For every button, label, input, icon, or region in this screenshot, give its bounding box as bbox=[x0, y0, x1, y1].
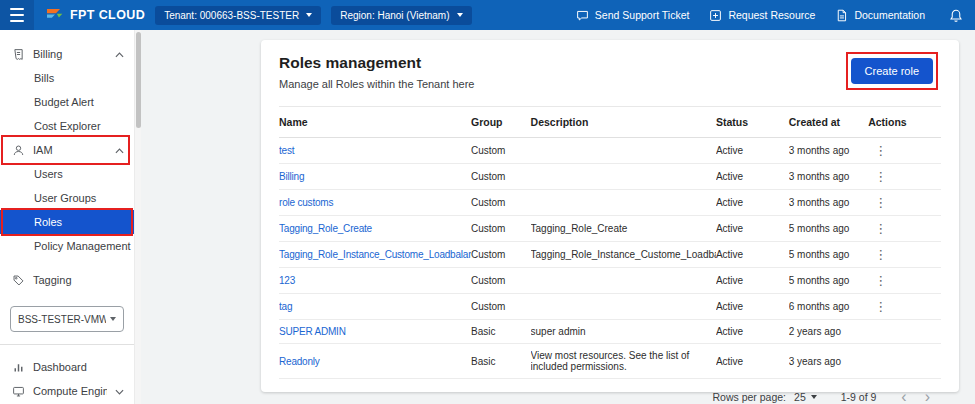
sidebar-item-cost-explorer[interactable]: Cost Explorer bbox=[0, 114, 134, 138]
create-role-button[interactable]: Create role bbox=[851, 58, 933, 84]
role-name-link[interactable]: 123 bbox=[279, 275, 295, 286]
role-name-link[interactable]: Tagging_Role_Create bbox=[279, 223, 372, 234]
table-row: role customs Custom Active 3 months ago … bbox=[279, 190, 941, 216]
rows-per-page-label: Rows per page: bbox=[713, 391, 787, 403]
row-actions-button[interactable]: ⋮ bbox=[868, 169, 893, 184]
sidebar-scrollbar[interactable] bbox=[134, 30, 141, 404]
rows-per-page-selector[interactable]: 25 bbox=[794, 391, 817, 403]
project-selector-value: BSS-TESTER-VMW-VPC-BI... bbox=[18, 314, 106, 325]
sidebar-item-budget-alert[interactable]: Budget Alert bbox=[0, 90, 134, 114]
row-actions-button[interactable]: ⋮ bbox=[868, 195, 893, 210]
sidebar-item-billing[interactable]: Billing bbox=[0, 42, 134, 66]
role-created-at: 3 months ago bbox=[789, 164, 868, 190]
role-description bbox=[531, 164, 716, 190]
table-row: SUPER ADMIN Basic super admin Active 2 y… bbox=[279, 320, 941, 344]
role-description bbox=[531, 190, 716, 216]
column-header-created-at: Created at bbox=[789, 107, 868, 138]
chevron-down-icon bbox=[306, 13, 312, 17]
role-status: Active bbox=[716, 320, 789, 344]
sidebar-item-bills[interactable]: Bills bbox=[0, 66, 134, 90]
role-created-at: 3 months ago bbox=[789, 190, 868, 216]
hamburger-menu-icon[interactable] bbox=[0, 0, 34, 30]
role-created-at: 5 months ago bbox=[789, 242, 868, 268]
request-resource-icon bbox=[709, 9, 722, 22]
column-header-name: Name bbox=[279, 107, 471, 138]
row-actions-button[interactable]: ⋮ bbox=[868, 299, 893, 314]
role-status: Active bbox=[716, 190, 789, 216]
role-created-at: 2 years ago bbox=[789, 320, 868, 344]
sidebar-item-roles[interactable]: Roles bbox=[0, 210, 134, 234]
iam-icon bbox=[12, 144, 25, 157]
chevron-down-icon bbox=[811, 395, 817, 399]
row-actions-button[interactable]: ⋮ bbox=[868, 273, 893, 288]
sidebar-divider bbox=[0, 344, 134, 345]
region-label: Region: Hanoi (Vietnam) bbox=[340, 10, 449, 21]
send-support-ticket-link[interactable]: Send Support Ticket bbox=[576, 9, 690, 22]
role-group: Custom bbox=[471, 268, 531, 294]
role-name-link[interactable]: Tagging_Role_Instance_Custome_Loadbalanc… bbox=[279, 249, 471, 260]
role-name-link[interactable]: Billing bbox=[279, 171, 304, 182]
sidebar-item-policy-management[interactable]: Policy Management bbox=[0, 234, 134, 258]
support-ticket-icon bbox=[576, 9, 589, 22]
compute-engine-icon bbox=[12, 385, 25, 398]
brand-text: FPT CLOUD bbox=[70, 8, 145, 22]
role-group: Custom bbox=[471, 138, 531, 164]
row-actions-button[interactable]: ⋮ bbox=[868, 247, 893, 262]
role-description: super admin bbox=[531, 320, 716, 344]
sidebar-item-tagging[interactable]: Tagging bbox=[0, 268, 134, 292]
page-subtitle: Manage all Roles within the Tenant here bbox=[279, 78, 474, 90]
table-row: Billing Custom Active 3 months ago ⋮ bbox=[279, 164, 941, 190]
role-name-link[interactable]: Readonly bbox=[279, 356, 320, 367]
table-row: tag Custom Active 6 months ago ⋮ bbox=[279, 294, 941, 320]
role-group: Custom bbox=[471, 164, 531, 190]
bell-icon bbox=[949, 8, 963, 23]
row-actions-button[interactable]: ⋮ bbox=[868, 143, 893, 158]
role-status: Active bbox=[716, 268, 789, 294]
role-created-at: 5 months ago bbox=[789, 268, 868, 294]
table-footer: Rows per page: 25 1-9 of 9 ‹ › bbox=[279, 379, 941, 404]
documentation-label: Documentation bbox=[854, 9, 925, 21]
project-selector[interactable]: BSS-TESTER-VMW-VPC-BI... bbox=[10, 306, 124, 332]
roles-table: Name Group Description Status Created at… bbox=[279, 106, 941, 379]
rows-per-page-value: 25 bbox=[794, 391, 806, 403]
column-header-status: Status bbox=[716, 107, 789, 138]
role-description: Tagging_Role_Create bbox=[531, 216, 716, 242]
region-selector[interactable]: Region: Hanoi (Vietnam) bbox=[331, 6, 471, 25]
sidebar-item-user-groups[interactable]: User Groups bbox=[0, 186, 134, 210]
column-header-actions: Actions bbox=[868, 107, 941, 138]
sidebar-item-iam[interactable]: IAM bbox=[0, 138, 134, 162]
chevron-up-icon bbox=[115, 144, 124, 156]
sidebar: Billing Bills Budget Alert Cost Explorer… bbox=[0, 30, 134, 404]
role-name-link[interactable]: test bbox=[279, 145, 294, 156]
table-body: test Custom Active 3 months ago ⋮ Billin… bbox=[279, 138, 941, 379]
role-status: Active bbox=[716, 138, 789, 164]
role-name-link[interactable]: SUPER ADMIN bbox=[279, 326, 346, 337]
role-name-link[interactable]: role customs bbox=[279, 197, 333, 208]
role-description: Tagging_Role_Instance_Custome_Loadbalanc… bbox=[531, 242, 716, 268]
chevron-down-icon bbox=[115, 385, 124, 397]
main-content: Roles management Manage all Roles within… bbox=[141, 30, 975, 404]
role-created-at: 6 months ago bbox=[789, 294, 868, 320]
role-name-link[interactable]: tag bbox=[279, 301, 292, 312]
sidebar-item-compute-engine[interactable]: Compute Engine bbox=[0, 379, 134, 403]
dashboard-icon bbox=[12, 361, 25, 374]
role-description bbox=[531, 268, 716, 294]
table-row: Tagging_Role_Create Custom Tagging_Role_… bbox=[279, 216, 941, 242]
billing-icon bbox=[12, 48, 25, 61]
sidebar-item-label: IAM bbox=[33, 144, 107, 156]
documentation-link[interactable]: Documentation bbox=[835, 9, 925, 22]
sidebar-item-dashboard[interactable]: Dashboard bbox=[0, 355, 134, 379]
row-actions-button[interactable]: ⋮ bbox=[868, 221, 893, 236]
sidebar-item-label: Billing bbox=[33, 48, 107, 60]
notifications-button[interactable] bbox=[949, 8, 963, 23]
tenant-selector[interactable]: Tenant: 000663-BSS-TESTER bbox=[155, 6, 321, 25]
tenant-label: Tenant: 000663-BSS-TESTER bbox=[164, 10, 299, 21]
pagination-next-button[interactable]: › bbox=[916, 389, 939, 404]
send-support-ticket-label: Send Support Ticket bbox=[595, 9, 690, 21]
pagination-prev-button[interactable]: ‹ bbox=[892, 389, 915, 404]
sidebar-item-users[interactable]: Users bbox=[0, 162, 134, 186]
role-group: Basic bbox=[471, 344, 531, 379]
role-description bbox=[531, 294, 716, 320]
request-resource-link[interactable]: Request Resource bbox=[709, 9, 815, 22]
column-header-description: Description bbox=[531, 107, 716, 138]
